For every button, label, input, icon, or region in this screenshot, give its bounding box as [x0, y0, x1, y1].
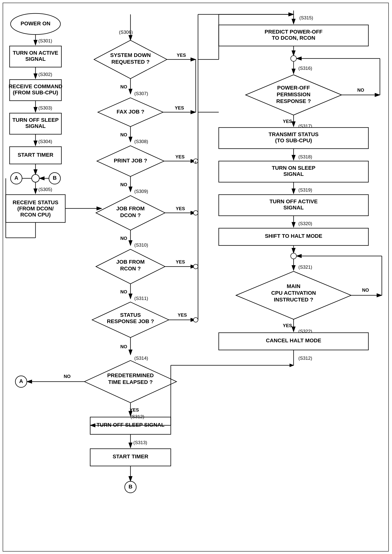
start-timer2-label: START TIMER	[113, 454, 148, 459]
s306-no: NO	[120, 84, 127, 89]
main-cpu-line1: MAIN	[287, 283, 301, 289]
s301-label: (S301)	[38, 38, 52, 43]
s310-label-top: (S310)	[134, 242, 148, 248]
s312-label: (S312)	[131, 414, 144, 419]
status-resp-line1: STATUS	[120, 312, 141, 318]
transmit-status-line2: (TO SUB-CPU)	[275, 138, 312, 143]
svg-point-44	[193, 318, 198, 322]
predetermined-line1: PREDETERMINED	[107, 372, 154, 378]
s314-yes: YES	[130, 407, 139, 412]
transmit-status-line1: TRANSMIT STATUS	[269, 131, 319, 137]
s314-no: NO	[64, 374, 71, 379]
turn-off-active-line2: SIGNAL	[283, 205, 304, 211]
s321-no: NO	[362, 287, 369, 293]
s307-label-top: (S307)	[134, 91, 148, 96]
s312-from-s322-label: (S312)	[298, 355, 312, 361]
s316-yes: YES	[283, 119, 292, 124]
s316-label: (S316)	[298, 66, 312, 71]
predetermined-line2: TIME ELAPSED ?	[108, 379, 153, 385]
main-cpu-line2: CPU ACTIVATION	[271, 290, 316, 296]
main-cpu-line3: INSTRUCTED ?	[274, 297, 313, 303]
s305-label: (S305)	[38, 187, 52, 192]
receive-status-line3: RCON CPU)	[20, 212, 51, 218]
s311-label-top: (S311)	[134, 296, 148, 301]
turn-on-active-line1: TURN ON ACTIVE	[13, 50, 58, 56]
sys-down-line1: SYSTEM DOWN	[110, 52, 151, 58]
print-job-label: PRINT JOB ?	[114, 158, 147, 164]
predict-poweroff-line1: PREDICT POWER-OFF	[265, 29, 322, 35]
s306-yes: YES	[177, 53, 186, 58]
fax-job-label: FAX JOB ?	[117, 109, 145, 115]
s321-yes: YES	[283, 323, 292, 328]
circle-b-top-label: B	[53, 175, 56, 181]
receive-status-line1: RECEIVE STATUS	[13, 200, 58, 205]
job-dcon-line1: JOB FROM	[116, 206, 145, 212]
svg-point-58	[291, 55, 296, 61]
poweroff-perm-line1: POWER-OFF	[277, 85, 310, 91]
start-timer-1-label: START TIMER	[18, 152, 53, 158]
s315-label: (S315)	[299, 15, 313, 20]
s309-no: NO	[120, 236, 127, 241]
receive-cmd-line1: RECEIVE COMMAND	[9, 83, 62, 89]
flowchart-svg: POWER ON (S301) TURN ON ACTIVE SIGNAL (S…	[0, 0, 392, 554]
status-resp-line2: RESPONSE JOB ?	[107, 318, 154, 324]
turn-off-sleep-line1: TURN OFF SLEEP	[12, 117, 58, 123]
turn-off-sleep-line2: SIGNAL	[25, 123, 46, 129]
power-on-label: POWER ON	[21, 21, 50, 27]
poweroff-perm-line3: RESPONSE ?	[276, 98, 311, 104]
s310-yes: YES	[176, 259, 185, 264]
turn-on-sleep-line2: SIGNAL	[283, 171, 304, 177]
job-rcon-line1: JOB FROM	[116, 259, 145, 265]
s318-label: (S318)	[298, 154, 312, 159]
predict-poweroff-line2: TO DCON, RCON	[272, 35, 315, 41]
s310-no: NO	[120, 289, 127, 294]
svg-point-40	[193, 264, 198, 269]
s320-label: (S320)	[298, 221, 312, 226]
turn-off-sleep2-label: TURN OFF SLEEP SIGNAL	[97, 422, 164, 428]
circle-b2-label: B	[129, 484, 132, 490]
turn-on-sleep-line1: TURN ON SLEEP	[272, 165, 315, 171]
s307-yes: YES	[175, 105, 184, 111]
s313-label: (S313)	[133, 440, 147, 445]
shift-halt-label: SHIFT TO HALT MODE	[265, 233, 322, 239]
svg-point-73	[291, 253, 296, 259]
s321-label: (S321)	[298, 264, 312, 270]
s309-label-top: (S309)	[134, 189, 148, 194]
s311-no: NO	[120, 344, 127, 349]
s302-label: (S302)	[38, 72, 52, 77]
s309-yes: YES	[176, 206, 185, 211]
s319-label: (S319)	[298, 187, 312, 193]
receive-status-line2: (FROM DCON/	[17, 206, 54, 212]
sys-down-line2: REQUESTED ?	[111, 59, 149, 65]
circle-a2-label: A	[19, 378, 23, 384]
s307-no: NO	[120, 132, 127, 137]
s311-yes: YES	[178, 312, 187, 318]
s314-label-top: (S314)	[134, 355, 148, 361]
s308-yes: YES	[175, 154, 185, 159]
svg-point-12	[32, 174, 39, 182]
receive-cmd-line2: (FROM SUB-CPU)	[13, 90, 58, 96]
s308-label-top: (S308)	[134, 139, 148, 144]
turn-on-active-line2: SIGNAL	[25, 56, 46, 62]
circle-a-label: A	[14, 175, 18, 181]
job-rcon-line2: RCON ?	[120, 266, 141, 271]
s303-label: (S303)	[38, 105, 52, 111]
cancel-halt-label: CANCEL HALT MODE	[266, 338, 321, 343]
turn-off-active-line1: TURN OFF ACTIVE	[270, 199, 318, 204]
svg-point-36	[193, 211, 198, 215]
poweroff-perm-line2: PERMISSION	[277, 91, 310, 97]
s304-label: (S304)	[38, 139, 52, 144]
job-dcon-line2: DCON ?	[120, 212, 141, 218]
s308-no: NO	[120, 182, 127, 187]
s316-no: NO	[357, 87, 364, 93]
